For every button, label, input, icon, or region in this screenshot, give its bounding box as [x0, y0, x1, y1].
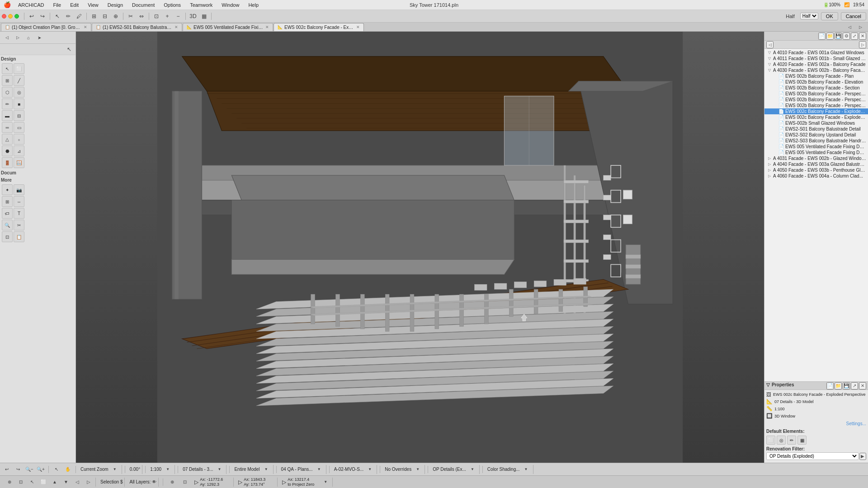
tool-slab[interactable]: ▭: [14, 122, 24, 133]
select-btn[interactable]: ↖: [52, 11, 62, 21]
tool-detail[interactable]: 🔍: [2, 220, 13, 230]
tool-morph[interactable]: ⬣: [2, 145, 13, 156]
tree-item-22[interactable]: ▷A 4060 Facade - EWS 004a - Column Clad.…: [764, 173, 868, 179]
tool-polygon[interactable]: ⬡: [2, 87, 13, 98]
sidebar-arrow[interactable]: ➤: [34, 33, 44, 42]
tool-window[interactable]: 🪟: [14, 157, 24, 168]
panel-expand-right-btn[interactable]: ▷: [859, 41, 866, 48]
tool-column[interactable]: ⊟: [14, 110, 24, 121]
tool-door[interactable]: 🚪: [2, 157, 13, 168]
tabs-nav-right[interactable]: ▷: [855, 22, 865, 32]
edit-btn[interactable]: ✏: [63, 11, 73, 21]
elem-icon-2[interactable]: ◎: [777, 436, 786, 445]
scale-dropdown[interactable]: ▼: [163, 465, 173, 474]
panel-folder-btn[interactable]: 📁: [826, 33, 834, 40]
cut-btn[interactable]: ✂: [126, 11, 136, 21]
zoom-fit-btn[interactable]: ⊡: [151, 11, 161, 21]
tool-grid[interactable]: ⊞: [2, 75, 13, 86]
tree-item-2[interactable]: ▽A 4011 Facade - EWS 001b - Small Glazed…: [764, 56, 868, 61]
elem-icon-1[interactable]: ⬜: [766, 436, 775, 445]
renovation-arrow[interactable]: ▶: [859, 453, 866, 460]
grid-btn[interactable]: ⊟: [100, 11, 110, 21]
mirror-btn[interactable]: ⇔: [137, 11, 146, 21]
eye-icon[interactable]: 👁: [152, 479, 156, 484]
zoom-dropdown[interactable]: ▼: [110, 465, 120, 474]
settings-button[interactable]: Settings...: [766, 420, 866, 427]
menu-design[interactable]: Design: [106, 2, 125, 8]
ok-button[interactable]: OK: [821, 12, 838, 20]
project-tree[interactable]: ▽A 4010 Facade - EWS 001a Glazed Windows…: [764, 49, 868, 381]
override-dropdown[interactable]: ▼: [413, 465, 423, 474]
status-left[interactable]: ◁: [72, 477, 82, 487]
close-tab-2[interactable]: ✕: [175, 25, 178, 29]
bt-hand[interactable]: ✋: [63, 465, 73, 474]
bt-zoom-minus[interactable]: 🔍−: [24, 465, 34, 474]
status-arrow[interactable]: ↖: [27, 477, 37, 487]
view-tab-3[interactable]: 📐 EWS 005 Ventilated Facade Fixing Detai…: [183, 23, 273, 31]
panel-settings-btn[interactable]: ⚙: [843, 33, 850, 40]
tree-item-19[interactable]: ▷A 4031 Facade - EWS 002b - Glazed Windo…: [764, 155, 868, 161]
menu-document[interactable]: Document: [130, 2, 156, 8]
3d-btn[interactable]: 3D: [188, 11, 198, 21]
tool-fill[interactable]: ■: [14, 99, 24, 109]
status-down[interactable]: ▼: [61, 477, 71, 487]
close-btn[interactable]: [2, 14, 6, 19]
status-snap2[interactable]: ⊡: [16, 477, 26, 487]
tree-item-7[interactable]: 📄EWS 002b Balcony Facade - Section: [764, 85, 868, 91]
zoom-in-btn[interactable]: +: [162, 11, 172, 21]
tool-line[interactable]: ╱: [14, 75, 24, 86]
tree-item-13[interactable]: 📄EWS-002b Small Glazed Windows: [764, 120, 868, 126]
renovation-select[interactable]: OP Details (Exploded): [766, 452, 859, 460]
tree-item-12[interactable]: 📄EWS 002c Balcony Facade - Exploded Pers…: [764, 114, 868, 120]
ref-dropdown[interactable]: ▼: [365, 465, 375, 474]
zoom-out-btn[interactable]: −: [173, 11, 183, 21]
close-tab-3[interactable]: ✕: [265, 25, 269, 29]
tracker-btn[interactable]: ⊕: [167, 477, 177, 487]
apple-logo[interactable]: 🍎: [4, 1, 11, 8]
menu-help[interactable]: Help: [246, 2, 260, 8]
close-tab-4[interactable]: ✕: [356, 25, 360, 29]
half-select[interactable]: Half: [800, 13, 818, 19]
tool-text[interactable]: T: [14, 208, 24, 219]
tree-item-18[interactable]: 📄EWS 005 Ventilated Facade Fixing Detail: [764, 150, 868, 155]
tool-rect[interactable]: ⬜: [14, 63, 24, 74]
bt-cursor[interactable]: ↖: [52, 465, 61, 474]
expand-icon[interactable]: ▽: [766, 382, 770, 387]
maximize-btn[interactable]: [14, 14, 19, 19]
tree-item-21[interactable]: ▷A 4050 Facade - EWS 003b - Penthouse Gl…: [764, 167, 868, 173]
view-tab-2[interactable]: 📋 (1) EWS2-S01 Balcony Balustrade Detail…: [92, 23, 182, 31]
menu-file[interactable]: File: [51, 2, 63, 8]
props-new[interactable]: 📄: [826, 382, 834, 389]
canvas-area[interactable]: [76, 32, 764, 463]
snap-btn[interactable]: ⊕: [111, 11, 121, 21]
tree-item-17[interactable]: 📄EWS 005 Ventilated Facade Fixing Detail: [764, 144, 868, 150]
bt-redo[interactable]: ↪: [13, 465, 23, 474]
cancel-button[interactable]: Cancel: [841, 12, 866, 20]
menu-edit[interactable]: Edit: [68, 2, 80, 8]
tree-item-15[interactable]: 📄EWS2-S02 Balcony Upstand Detail: [764, 132, 868, 138]
tool-pen[interactable]: ✏: [2, 99, 13, 109]
panel-close-btn[interactable]: ✕: [859, 33, 866, 40]
menu-archicad[interactable]: ARCHICAD: [16, 2, 46, 8]
status-rect[interactable]: ⬜: [38, 477, 48, 487]
panel-new-btn[interactable]: 📄: [818, 33, 826, 40]
undo-btn[interactable]: ↩: [27, 11, 37, 21]
elem-icon-4[interactable]: ▦: [797, 436, 807, 445]
tool-camera[interactable]: 📷: [14, 184, 24, 195]
tree-item-5[interactable]: 📄EWS 002b Balcony Facade - Plan: [764, 73, 868, 79]
status-up[interactable]: ▲: [50, 477, 60, 487]
tool-wall[interactable]: ▬: [2, 110, 13, 121]
detail-dropdown[interactable]: ▼: [467, 465, 477, 474]
tree-item-10[interactable]: 📄EWS 002b Balcony Facade - Perspective: [764, 103, 868, 108]
tool-stair[interactable]: ⊿: [14, 145, 24, 156]
tool-label[interactable]: 🏷: [2, 208, 13, 219]
tree-item-9[interactable]: 📄EWS 002b Balcony Facade - Perspective: [764, 97, 868, 103]
bt-undo[interactable]: ↩: [2, 465, 12, 474]
tree-item-16[interactable]: 📄EWS2-S03 Balcony Balustrade Handrail De…: [764, 138, 868, 144]
project-zero-dropdown[interactable]: ▼: [321, 477, 330, 487]
menu-window[interactable]: Window: [220, 2, 241, 8]
shading-dropdown[interactable]: ▼: [521, 465, 531, 474]
tool-roof[interactable]: △: [2, 134, 13, 145]
panel-save-btn[interactable]: 💾: [835, 33, 842, 40]
tabs-nav-left[interactable]: ◁: [844, 22, 854, 32]
